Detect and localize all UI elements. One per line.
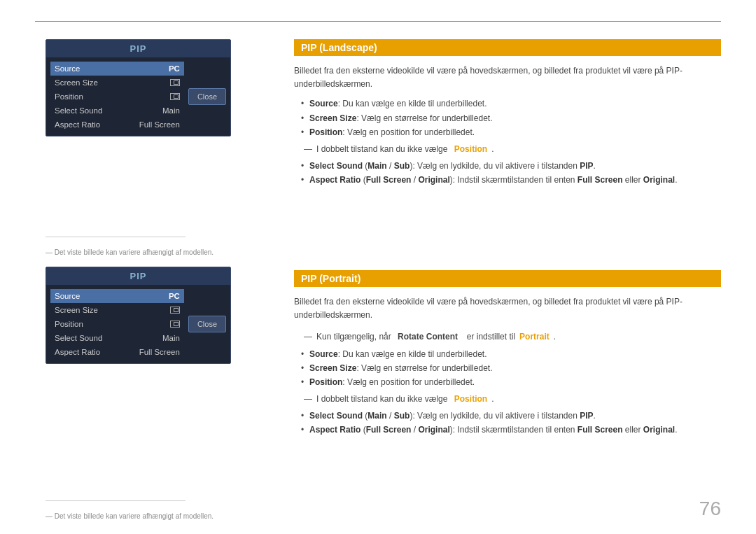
- bullet-position-l: Position: Vælg en position for underbill…: [301, 125, 721, 139]
- page-container: PIP Source PC Screen Size: [0, 0, 756, 534]
- pip-label-screensize-portrait: Screen Size: [55, 306, 98, 314]
- bullet-screensize-l: Screen Size: Vælg en størrelse for under…: [301, 111, 721, 125]
- pip-menu-items-landscape: Source PC Screen Size Position: [50, 62, 184, 132]
- right-content: PIP (Landscape) Billedet fra den ekstern…: [273, 39, 721, 520]
- pip-close-portrait: Close: [188, 289, 226, 359]
- screen-size-icon-portrait: [170, 307, 180, 314]
- close-button-landscape[interactable]: Close: [188, 88, 226, 105]
- screen-size-icon-landscape: [170, 79, 180, 86]
- bullet-position-p: Position: Vælg en position for underbill…: [301, 375, 721, 389]
- pip-title-landscape: PIP: [46, 40, 230, 57]
- pip-label-source-portrait: Source: [55, 292, 80, 300]
- page-number: 76: [699, 498, 721, 520]
- portrait-bullets-2: Select Sound (Main / Sub): Vælg en lydki…: [301, 409, 721, 437]
- landscape-right: PIP (Landscape) Billedet fra den ekstern…: [294, 39, 721, 256]
- note-rotate: Kun tilgængelig, når Rotate Content er i…: [304, 330, 721, 344]
- bullet-source-l: Source: Du kan vælge en kilde til underb…: [301, 97, 721, 111]
- landscape-bullets-2: Select Sound (Main / Sub): Vælg en lydki…: [301, 159, 721, 188]
- pip-close-landscape: Close: [188, 62, 226, 132]
- top-border: [35, 21, 721, 22]
- pip-value-sound-portrait: Main: [162, 334, 180, 342]
- pip-row-source-portrait[interactable]: Source PC: [50, 289, 184, 303]
- pip-menu-landscape: PIP Source PC Screen Size: [46, 39, 231, 136]
- content-area: PIP Source PC Screen Size: [35, 39, 721, 520]
- pip-value-aspect-portrait: Full Screen: [139, 348, 180, 356]
- landscape-header: PIP (Landscape): [294, 39, 721, 56]
- pip-row-position-landscape[interactable]: Position: [50, 90, 184, 104]
- pip-menu-inner-portrait: Source PC Screen Size Position: [46, 285, 230, 363]
- pip-value-source-landscape: PC: [169, 64, 180, 73]
- pip-row-sound-portrait[interactable]: Select Sound Main: [50, 331, 184, 345]
- position-icon-portrait: [170, 321, 180, 328]
- bullet-sound-p: Select Sound (Main / Sub): Vælg en lydki…: [301, 409, 721, 423]
- note-position-p: I dobbelt tilstand kan du ikke vælge Pos…: [304, 393, 721, 406]
- pip-label-position-portrait: Position: [55, 320, 83, 328]
- pip-menu-items-portrait: Source PC Screen Size Position: [50, 289, 184, 359]
- landscape-bullets: Source: Du kan vælge en kilde til underb…: [301, 97, 721, 139]
- pip-value-source-portrait: PC: [169, 292, 180, 300]
- bullet-sound-l: Select Sound (Main / Sub): Vælg en lydki…: [301, 159, 721, 173]
- pip-row-aspect-portrait[interactable]: Aspect Ratio Full Screen: [50, 345, 184, 359]
- pip-label-position-landscape: Position: [55, 92, 83, 101]
- pip-row-screensize-landscape[interactable]: Screen Size: [50, 76, 184, 90]
- caption-landscape: — Det viste billede kan variere afhængig…: [46, 248, 273, 256]
- portrait-left: PIP Source PC Screen Size: [35, 256, 273, 520]
- note-position-l: I dobbelt tilstand kan du ikke vælge Pos…: [304, 143, 721, 156]
- pip-row-source-landscape[interactable]: Source PC: [50, 62, 184, 76]
- pip-label-source-landscape: Source: [55, 64, 80, 73]
- pip-value-sound-landscape: Main: [162, 106, 180, 115]
- pip-label-sound-portrait: Select Sound: [55, 334, 102, 342]
- pip-row-aspect-landscape[interactable]: Aspect Ratio Full Screen: [50, 118, 184, 132]
- bullet-aspect-p: Aspect Ratio (Full Screen / Original): I…: [301, 423, 721, 437]
- position-icon-landscape: [170, 93, 180, 100]
- left-panels: PIP Source PC Screen Size: [35, 39, 273, 520]
- pip-title-portrait: PIP: [46, 267, 230, 285]
- pip-label-aspect-landscape: Aspect Ratio: [55, 120, 100, 129]
- close-button-portrait[interactable]: Close: [188, 316, 226, 332]
- portrait-header: PIP (Portrait): [294, 270, 721, 287]
- landscape-left: PIP Source PC Screen Size: [35, 39, 273, 256]
- divider-portrait: [46, 500, 186, 501]
- portrait-bullets: Source: Du kan vælge en kilde til underb…: [301, 347, 721, 390]
- divider-landscape: [46, 237, 186, 237]
- caption-portrait: — Det viste billede kan variere afhængig…: [46, 512, 273, 520]
- landscape-desc: Billedet fra den eksterne videokilde vil…: [294, 64, 721, 91]
- pip-row-position-portrait[interactable]: Position: [50, 317, 184, 331]
- pip-label-sound-landscape: Select Sound: [55, 106, 102, 115]
- pip-menu-inner-landscape: Source PC Screen Size Position: [46, 57, 230, 136]
- portrait-desc: Billedet fra den eksterne videokilde vil…: [294, 295, 721, 322]
- pip-value-aspect-landscape: Full Screen: [139, 120, 180, 129]
- pip-row-screensize-portrait[interactable]: Screen Size: [50, 303, 184, 317]
- bullet-aspect-l: Aspect Ratio (Full Screen / Original): I…: [301, 173, 721, 187]
- bullet-source-p: Source: Du kan vælge en kilde til underb…: [301, 347, 721, 361]
- pip-label-screensize-landscape: Screen Size: [55, 78, 98, 87]
- pip-row-sound-landscape[interactable]: Select Sound Main: [50, 104, 184, 118]
- portrait-right: PIP (Portrait) Billedet fra den eksterne…: [294, 256, 721, 520]
- bullet-screensize-p: Screen Size: Vælg en størrelse for under…: [301, 361, 721, 375]
- pip-menu-portrait: PIP Source PC Screen Size: [46, 267, 231, 364]
- pip-label-aspect-portrait: Aspect Ratio: [55, 348, 100, 356]
